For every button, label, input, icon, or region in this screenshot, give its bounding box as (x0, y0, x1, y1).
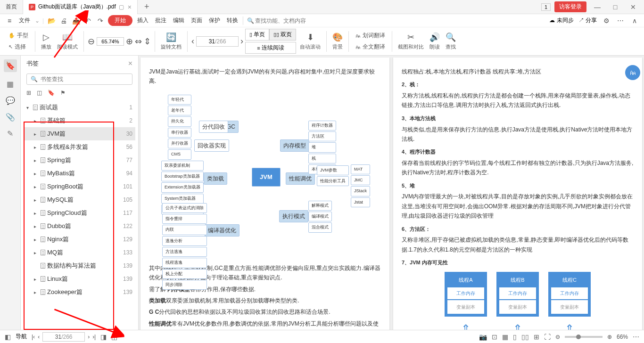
word-translate[interactable]: 🗛划词翻译 (353, 31, 388, 41)
background-button[interactable]: 🎨背景 (330, 32, 345, 50)
bookmark-item[interactable]: ▾▯面试题1 (24, 101, 135, 114)
play-button[interactable]: ▷播放 (39, 32, 53, 50)
read-aloud-button[interactable]: 🔊朗读 (428, 32, 442, 50)
settings-icon[interactable]: ⚙ (602, 17, 611, 24)
more-icon[interactable]: ⋯ (633, 333, 639, 341)
tab-home[interactable]: 首页 (0, 0, 23, 14)
prev-page-icon[interactable]: ‹ (38, 334, 40, 340)
page-number-input[interactable]: 31/266 (196, 36, 239, 47)
bookmark-icon[interactable]: 🔖 (48, 90, 55, 96)
search-input[interactable] (254, 16, 320, 25)
bookmark-item[interactable]: ▸▯Zookeeper篇139 (24, 286, 135, 299)
continuous-button[interactable]: ≡ 连续阅读 (245, 42, 296, 54)
zoom-out-icon[interactable]: ⊖ (555, 334, 560, 340)
fit-width-icon[interactable]: ⇔ (135, 36, 142, 47)
last-page-icon[interactable]: ›| (92, 334, 96, 340)
layout-icon-1[interactable]: ◨ (100, 333, 107, 341)
start-menu[interactable]: 开始 (108, 15, 132, 26)
zoom-level[interactable]: 65.74% (97, 37, 124, 46)
thumbnail-tab-icon[interactable]: ▦ (7, 80, 14, 89)
autoscroll-button[interactable]: ⬇自动滚动 (298, 32, 322, 50)
close-tab-icon[interactable]: × (128, 3, 132, 11)
add-tab-button[interactable]: + (138, 2, 156, 12)
comment-tab-icon[interactable]: 💬 (6, 96, 15, 105)
window-icon[interactable]: ▢ (119, 4, 124, 10)
single-page-button[interactable]: ▯单页 (245, 29, 269, 41)
next-page-icon[interactable]: › (240, 36, 243, 46)
hand-tool[interactable]: ✋手型 (6, 31, 31, 41)
expand-icon[interactable]: ∧ (630, 17, 639, 24)
rotate-button[interactable]: 🔄旋转文档 (159, 32, 183, 50)
convert-menu[interactable]: 转换 (225, 16, 240, 24)
redo-icon[interactable]: ↷ (96, 17, 105, 24)
bookmark-item[interactable]: ▸▯基础篇2 (24, 114, 135, 127)
bookmark-item[interactable]: ▸▯MyBatis篇94 (24, 167, 135, 180)
fit-icon[interactable]: ⊡ (492, 333, 497, 341)
review-menu[interactable]: 批注 (153, 16, 168, 24)
layout-icon-2[interactable]: ◫ (111, 333, 117, 341)
single-view-icon[interactable]: ▯ (513, 333, 517, 341)
find-button[interactable]: 🔍查找 (444, 32, 458, 50)
bookmark-item[interactable]: ▸▯Linux篇139 (24, 272, 135, 286)
open-icon[interactable]: 📂 (47, 17, 56, 24)
first-page-icon[interactable]: |‹ (32, 334, 35, 340)
status-page-input[interactable]: 31/266 (42, 332, 85, 342)
file-menu[interactable]: 文件 (17, 16, 32, 24)
flag-icon[interactable]: ⚑ (60, 90, 66, 96)
fullscreen-icon[interactable]: ⛶ (544, 333, 551, 341)
zoom-out-icon[interactable]: ⊖ (88, 36, 95, 47)
bookmark-item[interactable]: ▸▯MQ篇133 (24, 246, 135, 259)
bookmark-item[interactable]: ▸▯Spring篇77 (24, 154, 135, 167)
login-button[interactable]: 访客登录 (554, 1, 586, 12)
print-icon[interactable]: 🖨 (59, 17, 68, 24)
sidebar-close-icon[interactable]: × (128, 59, 132, 68)
bookmark-search-input[interactable] (41, 76, 128, 82)
collapse-icon[interactable]: ◫ (37, 90, 42, 96)
share-button[interactable]: ↗ 分享 (578, 16, 597, 24)
prev-page-icon[interactable]: ‹ (191, 36, 194, 46)
maximize-icon[interactable]: □ (608, 3, 622, 11)
sync-status[interactable]: ☁ 未同步 (549, 16, 573, 24)
bookmark-item[interactable]: ▸▯JVM篇30 (24, 127, 135, 140)
bookmark-item[interactable]: ▯数据结构与算法篇139 (24, 259, 135, 272)
protect-menu[interactable]: 保护 (207, 16, 222, 24)
bookmark-item[interactable]: ▸▯多线程&并发篇56 (24, 140, 135, 154)
tab-document[interactable]: P Github面试题库（Java岗）.pdf ▢ × (23, 0, 138, 14)
bookmark-search[interactable]: 🔍 (26, 74, 132, 85)
undo-icon[interactable]: ↶ (83, 17, 93, 24)
edit-menu[interactable]: 编辑 (171, 16, 186, 24)
add-bookmark-icon[interactable]: ⊞ (26, 90, 31, 96)
bookmark-item[interactable]: ▸▯SpringBoot篇101 (24, 180, 135, 193)
select-tool[interactable]: ↖选择 (6, 42, 31, 52)
attachment-tab-icon[interactable]: 📎 (6, 113, 15, 122)
zoom-in-icon[interactable]: ⊕ (607, 334, 612, 340)
full-translate[interactable]: 🗛全文翻译 (353, 42, 388, 52)
next-page-icon[interactable]: › (88, 334, 90, 340)
nav-toggle-icon[interactable]: ◧ (5, 333, 11, 341)
search-box[interactable]: 🔍 (243, 16, 320, 25)
export-icon[interactable]: 📤 (71, 17, 81, 24)
view-mode-icon[interactable]: ▦ (502, 333, 508, 341)
page-menu[interactable]: 页面 (189, 16, 204, 24)
zoom-slider[interactable] (565, 336, 603, 338)
menu-icon[interactable]: ≡ (5, 17, 14, 24)
double-view-icon[interactable]: ▯▯ (521, 333, 529, 341)
signature-tab-icon[interactable]: ✎ (7, 129, 13, 138)
zoom-percent[interactable]: 66% (617, 334, 628, 340)
bookmark-item[interactable]: ▸▯SpringCloud篇117 (24, 206, 135, 220)
screenshot-icon[interactable]: 📷 (479, 333, 487, 341)
close-window-icon[interactable]: ✕ (626, 3, 640, 11)
translate-float-button[interactable]: 🗛 (625, 65, 640, 80)
screenshot-button[interactable]: ✂截图和对比 (396, 32, 426, 50)
bookmark-item[interactable]: ▸▯Nginx篇129 (24, 233, 135, 246)
double-page-button[interactable]: ▯▯双页 (269, 29, 296, 41)
zoom-in-icon[interactable]: ⊕ (126, 36, 133, 47)
minimize-icon[interactable]: — (590, 3, 604, 11)
insert-menu[interactable]: 插入 (135, 16, 150, 24)
read-mode-button[interactable]: 📖阅读模式 (55, 32, 80, 50)
more-icon[interactable]: ⋯ (616, 17, 625, 24)
window-count[interactable]: 1 (541, 3, 551, 11)
bookmark-tab-icon[interactable]: 🔖 (4, 59, 17, 72)
bookmark-item[interactable]: ▸▯MySQL篇105 (24, 193, 135, 206)
bookmark-item[interactable]: ▸▯Dubbo篇122 (24, 220, 135, 233)
